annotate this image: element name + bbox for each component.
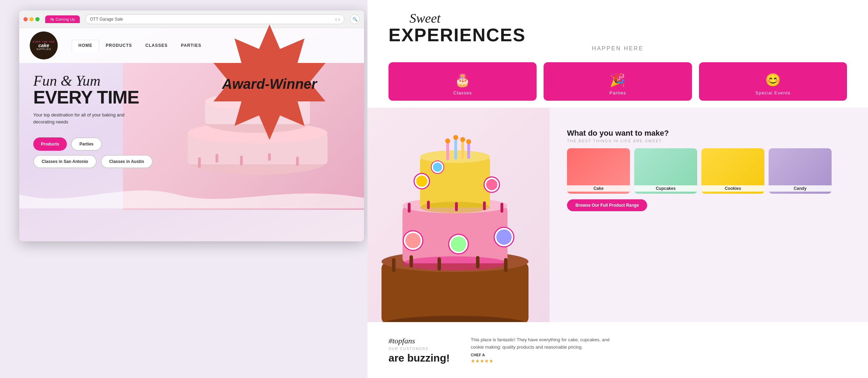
svg-rect-41 [483,201,486,210]
close-dot[interactable] [23,17,28,21]
svg-rect-30 [420,157,490,207]
svg-rect-61 [467,143,470,159]
testimonial-stars: ★★★★★ [471,358,611,364]
right-cake-visual [368,108,550,345]
cupcakes-label: Cupcakes [634,185,697,192]
classes-icon: 🎂 [455,73,470,87]
svg-point-62 [466,139,471,144]
svg-rect-35 [438,257,441,271]
cupcakes-product-thumb[interactable]: Cupcakes [634,148,697,194]
browser-tab[interactable]: 🛍 Coming Up [45,15,80,23]
svg-rect-42 [500,203,503,213]
svg-rect-12 [268,153,271,161]
nav-products[interactable]: PRODUCTS [99,40,139,51]
svg-rect-38 [408,203,411,213]
big-cake-svg [368,108,542,345]
parties-icon: 🎉 [610,73,625,87]
search-button[interactable]: 🔍 [350,14,360,24]
testimonial-author: CHEF A [471,353,611,357]
svg-rect-34 [410,255,413,268]
cookies-product-thumb[interactable]: Cookies [701,148,764,194]
svg-point-52 [486,179,497,190]
svg-rect-13 [296,157,299,166]
special-events-label: Special Events [755,90,790,95]
svg-rect-59 [461,141,464,159]
testimonial-section: This place is fantastic! They have every… [471,336,611,364]
logo-cake-text: cake [38,43,49,48]
browser-dots [23,17,40,21]
svg-rect-37 [504,258,507,272]
hero-bold-tagline: EVERY TIME [33,88,166,106]
award-starburst: Award-Winner [196,17,343,150]
minimize-dot[interactable] [29,17,34,21]
svg-rect-57 [454,139,457,159]
svg-rect-11 [240,156,243,165]
product-panel: What do you want to make? THE BEST THING… [567,129,854,211]
logo-area: OVER THE TOP cake SUPPLIES [26,31,61,59]
cookies-label: Cookies [701,185,764,192]
right-panel: Sweet EXPERIENCES HAPPEN HERE 🎂 Classes … [368,0,868,378]
our-customers-text: OUR CUSTOMERS [388,347,450,351]
hero-script-tagline: Fun & Yum [33,73,166,88]
svg-rect-10 [215,154,218,163]
logo-circle: OVER THE TOP cake SUPPLIES [30,31,58,59]
tab-label: Coming Up [56,17,75,21]
svg-point-44 [405,233,421,248]
nav-classes[interactable]: CLASSES [139,40,174,51]
product-thumbnails: Cake Cupcakes Cookies Candy [567,148,854,194]
parties-label: Parties [609,90,626,95]
svg-rect-33 [392,258,396,272]
classes-card[interactable]: 🎂 Classes [388,62,537,101]
sweet-experiences-title: Sweet EXPERIENCES HAPPEN HERE [388,10,847,52]
candy-product-thumb[interactable]: Candy [769,148,832,194]
svg-rect-39 [427,201,430,209]
svg-point-58 [453,135,458,140]
parties-card[interactable]: 🎉 Parties [544,62,692,101]
cake-product-thumb[interactable]: Cake [567,148,630,194]
classes-label: Classes [453,90,472,95]
svg-point-54 [433,163,442,172]
maximize-dot[interactable] [35,17,40,21]
tab-icon: 🛍 [50,17,54,21]
wave-section [19,180,364,210]
svg-point-56 [445,138,450,143]
svg-rect-55 [446,143,449,160]
experiences-bold-text: EXPERIENCES [388,26,847,44]
right-top-section: Sweet EXPERIENCES HAPPEN HERE 🎂 Classes … [368,0,868,108]
svg-point-50 [416,176,427,187]
candy-label: Candy [769,185,832,192]
right-bottom-testimonial: #topfans OUR CUSTOMERS are buzzing! This… [368,322,868,378]
nav-links: HOME PRODUCTS CLASSES PARTIES [72,40,208,51]
classes-austin-button[interactable]: Classes in Austin [101,155,153,168]
cake-label: Cake [567,185,630,192]
parties-button[interactable]: Parties [71,137,102,151]
svg-rect-40 [455,202,458,211]
svg-point-29 [402,256,507,270]
award-text: Award-Winner [222,76,317,92]
sweet-script-text: Sweet [410,10,847,26]
svg-rect-9 [198,157,201,168]
svg-point-48 [496,229,512,245]
products-button[interactable]: Products [33,137,67,151]
special-events-card[interactable]: 😊 Special Events [699,62,847,101]
topfans-hashtag: #topfans [388,336,450,345]
classes-sa-button[interactable]: Classes in San Antonio [33,155,97,168]
nav-home[interactable]: HOME [72,40,99,51]
svg-point-46 [451,236,466,252]
wave-svg [19,180,364,208]
hero-text: Fun & Yum EVERY TIME Your top destinatio… [33,73,166,168]
address-text: OTT Garage Sale [90,17,123,22]
svg-rect-36 [476,256,479,269]
hero-buttons: Products Parties Classes in San Antonio … [33,137,166,168]
hero-subtitle: Your top destination for all of your bak… [33,112,138,125]
browse-full-range-button[interactable]: Browse Our Full Product Range [567,199,647,211]
experience-cards: 🎂 Classes 🎉 Parties 😊 Special Events [388,62,847,101]
what-make-subtitle: THE BEST THINGS IN LIFE ARE SWEET [567,139,854,143]
are-buzzing-text: are buzzing! [388,352,450,364]
special-events-icon: 😊 [765,73,781,87]
starburst-shape: Award-Winner [206,21,332,147]
happen-here-text: HAPPEN HERE [388,45,847,52]
right-middle: What do you want to make? THE BEST THING… [368,108,868,345]
what-make-title: What do you want to make? [567,129,854,138]
logo-supplies-text: SUPPLIES [36,48,51,50]
